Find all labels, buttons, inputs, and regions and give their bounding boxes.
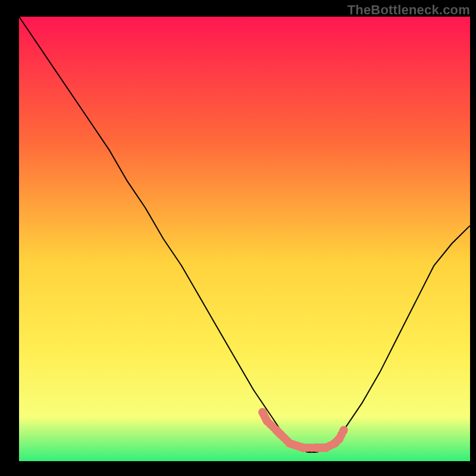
svg-point-19	[335, 435, 343, 443]
svg-point-11	[263, 417, 271, 425]
chart-canvas	[0, 0, 476, 476]
svg-point-17	[321, 444, 330, 452]
svg-point-20	[340, 426, 348, 434]
plot-background	[19, 17, 470, 461]
svg-point-14	[286, 439, 294, 447]
chart-frame: TheBottleneck.com	[0, 0, 476, 476]
watermark-text: TheBottleneck.com	[347, 2, 470, 18]
svg-point-13	[277, 430, 285, 439]
svg-point-16	[312, 444, 321, 452]
svg-point-15	[299, 444, 308, 452]
svg-point-10	[258, 408, 267, 416]
